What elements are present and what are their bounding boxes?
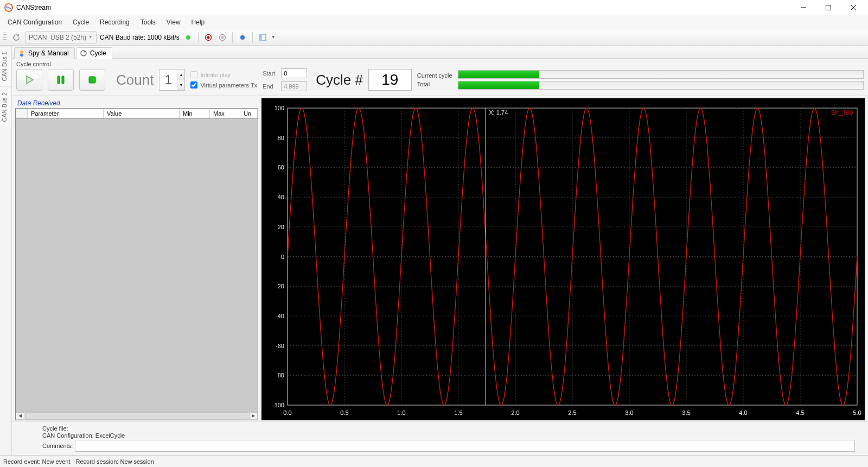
total-progress [458, 81, 864, 90]
status-bar: Record event: New event Record session: … [0, 455, 868, 467]
can-config-label: CAN Configuration: ExcelCycle [42, 432, 855, 439]
maximize-button[interactable] [816, 0, 841, 15]
svg-text:0.0: 0.0 [283, 409, 291, 416]
toolbar: PCAN_USB 2 (52h) ▼ CAN Baud rate: 1000 k… [0, 29, 868, 46]
col-value[interactable]: Value [104, 109, 180, 118]
side-tab-can-bus-1[interactable]: CAN Bus 1 [0, 46, 11, 86]
start-input[interactable] [281, 68, 307, 78]
record-button[interactable] [203, 32, 214, 43]
chevron-down-icon: ▼ [88, 35, 93, 40]
play-button[interactable] [16, 69, 42, 91]
cycle-control-label: Cycle control [16, 61, 864, 67]
cycle-number-value: 19 [368, 69, 412, 91]
svg-text:Sin_100: Sin_100 [831, 109, 853, 116]
data-grid[interactable]: Parameter Value Min Max Un ◀ ▶ [15, 108, 258, 420]
svg-text:100: 100 [275, 105, 284, 111]
svg-text:-100: -100 [272, 402, 284, 408]
grid-scrollbar-horizontal[interactable]: ◀ ▶ [16, 411, 258, 420]
app-icon [4, 3, 13, 12]
col-min[interactable]: Min [180, 109, 210, 118]
status-led-icon [183, 32, 194, 43]
stop-button[interactable] [79, 69, 105, 91]
svg-rect-1 [826, 5, 831, 10]
graph-pane[interactable]: 100806040200-20-40-60-80-1000.00.51.01.5… [261, 98, 865, 420]
svg-text:3.0: 3.0 [625, 409, 633, 416]
refresh-button[interactable] [11, 32, 22, 43]
minimize-button[interactable] [791, 0, 816, 15]
progress-fill [458, 81, 539, 89]
svg-text:4.0: 4.0 [739, 409, 747, 416]
end-input[interactable] [281, 81, 307, 91]
svg-text:X: 1.74: X: 1.74 [489, 109, 508, 116]
menu-view[interactable]: View [161, 16, 186, 28]
virtual-params-input[interactable] [190, 81, 197, 89]
col-un[interactable]: Un [240, 109, 258, 118]
spy-icon [18, 49, 25, 57]
chevron-down-icon[interactable]: ▼ [271, 35, 276, 40]
scroll-right-button[interactable]: ▶ [249, 412, 258, 420]
current-cycle-progress [458, 70, 864, 79]
svg-text:0: 0 [281, 254, 284, 260]
layout-button[interactable] [257, 32, 268, 43]
side-tab-strip: CAN Bus 1 CAN Bus 2 [0, 46, 12, 455]
comments-input[interactable] [75, 440, 855, 452]
menu-recording[interactable]: Recording [94, 16, 135, 28]
svg-text:1.5: 1.5 [454, 409, 462, 416]
tab-cycle[interactable]: Cycle [76, 47, 112, 59]
baud-label: CAN Baud rate: 1000 kBit/s [100, 34, 180, 41]
current-cycle-label: Current cycle [417, 72, 452, 79]
infinite-play-checkbox[interactable]: Infinite play [190, 71, 257, 78]
svg-text:4.5: 4.5 [796, 409, 804, 416]
menu-tools[interactable]: Tools [135, 16, 161, 28]
count-value: 1 [159, 70, 177, 90]
svg-text:1.0: 1.0 [397, 409, 405, 416]
grid-body [16, 119, 258, 411]
svg-text:80: 80 [278, 135, 284, 141]
title-bar: CANStream [0, 0, 868, 15]
col-max[interactable]: Max [210, 109, 240, 118]
tab-spy-manual[interactable]: Spy & Manual [14, 47, 75, 59]
cycle-file-label: Cycle file: [42, 425, 855, 432]
graph-svg: 100806040200-20-40-60-80-1000.00.51.01.5… [261, 98, 865, 420]
svg-point-7 [240, 35, 245, 40]
data-received-pane: Data Received Parameter Value Min Max Un… [15, 98, 258, 420]
svg-rect-13 [58, 76, 60, 84]
scroll-track[interactable] [25, 412, 248, 420]
infinite-play-input[interactable] [190, 71, 197, 78]
svg-rect-15 [89, 77, 95, 83]
info-bar: Cycle file: CAN Configuration: ExcelCycl… [12, 421, 868, 455]
side-tab-can-bus-2[interactable]: CAN Bus 2 [0, 86, 11, 127]
start-label: Start [263, 70, 278, 77]
close-button[interactable] [841, 0, 866, 15]
status-record-session: Record session: New session [76, 458, 154, 465]
svg-text:60: 60 [278, 164, 284, 171]
svg-rect-9 [259, 34, 262, 41]
spinner-down[interactable]: ▼ [177, 80, 184, 90]
progress-fill [458, 71, 539, 78]
cycle-control-panel: Cycle control Count 1 ▲ ▼ [12, 59, 868, 96]
svg-text:-20: -20 [276, 283, 284, 289]
virtual-params-checkbox[interactable]: Virtual parameters Tx [190, 81, 257, 89]
grid-header: Parameter Value Min Max Un [16, 109, 258, 119]
count-label: Count [116, 72, 154, 89]
toolbar-grip [3, 33, 7, 42]
pause-button[interactable] [48, 69, 74, 91]
marker-button[interactable] [237, 32, 248, 43]
scroll-left-button[interactable]: ◀ [16, 412, 24, 420]
svg-point-10 [20, 51, 23, 54]
stop-record-button[interactable] [217, 32, 228, 43]
end-label: End [263, 83, 278, 90]
col-parameter[interactable]: Parameter [28, 109, 104, 118]
menu-help[interactable]: Help [186, 16, 210, 28]
svg-text:5.0: 5.0 [853, 409, 861, 416]
svg-text:0.5: 0.5 [340, 409, 348, 416]
total-label: Total [417, 81, 452, 87]
spinner-up[interactable]: ▲ [177, 70, 184, 80]
svg-text:20: 20 [278, 224, 284, 230]
svg-point-12 [81, 51, 86, 56]
menu-can-configuration[interactable]: CAN Configuration [2, 16, 67, 28]
menu-cycle[interactable]: Cycle [67, 16, 94, 28]
device-dropdown[interactable]: PCAN_USB 2 (52h) ▼ [25, 31, 97, 43]
grid-corner[interactable] [16, 109, 28, 118]
count-spinner[interactable]: 1 ▲ ▼ [159, 69, 185, 91]
